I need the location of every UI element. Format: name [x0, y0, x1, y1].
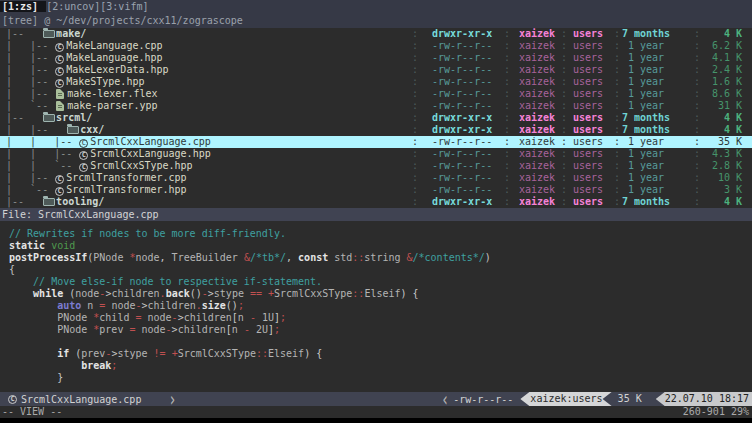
status-left: CSrcmlCxxLanguage.cpp ›: [0, 392, 176, 407]
file-name: MakeLexerData.hpp: [66, 64, 168, 75]
file-group: users: [573, 64, 603, 76]
column-separator: :: [504, 76, 510, 88]
file-permissions: drwxr-xr-x: [432, 196, 492, 208]
file-group: users: [573, 112, 603, 124]
tree-row-makelanguage.cpp[interactable]: | |-- CMakeLanguage.cpp:-rw-r--r--:xaize…: [0, 40, 752, 52]
file-group: users: [573, 88, 603, 100]
column-separator: :: [561, 100, 567, 112]
code-line: {: [9, 264, 752, 276]
tree-row-make[interactable]: |-- make/:drwxr-xr-x:xaizek:users:7 mont…: [0, 28, 752, 40]
tree-row-srcmlcxxlanguage.cpp[interactable]: | | |-- CSrcmlCxxLanguage.cpp:-rw-r--r--…: [0, 136, 752, 148]
file-size: 2.8 K: [692, 160, 742, 172]
column-separator: :: [561, 112, 567, 124]
cpp-file-icon: C: [8, 395, 17, 404]
tree-row-makelexerdata.hpp[interactable]: | |-- CMakeLexerData.hpp:-rw-r--r--:xaiz…: [0, 64, 752, 76]
tree-connector: | |--: [0, 64, 54, 75]
folder-icon: [43, 30, 55, 38]
column-separator: :: [504, 112, 510, 124]
code-line: }: [9, 372, 752, 384]
path-bar: [tree] @ ~/dev/projects/cxx11/zograscope: [0, 14, 752, 28]
tree-row-srcml[interactable]: |-- srcml/:drwxr-xr-x:xaizek:users:7 mon…: [0, 112, 752, 124]
file-permissions: -rw-r--r--: [432, 172, 492, 184]
file-permissions: drwxr-xr-x: [432, 28, 492, 40]
file-name: cxx/: [80, 124, 104, 135]
code-line: auto n = node->children.size();: [9, 300, 752, 312]
file-tree: |-- make/:drwxr-xr-x:xaizek:users:7 mont…: [0, 28, 752, 208]
file-name: tooling/: [56, 196, 104, 207]
file-name: SrcmlCxxLanguage.hpp: [90, 148, 210, 159]
tree-connector: | `--: [0, 184, 54, 195]
file-size: 4.3 K: [692, 148, 742, 160]
tree-connector: | |--: [0, 52, 54, 63]
column-separator: :: [561, 28, 567, 40]
file-permissions: -rw-r--r--: [432, 88, 492, 100]
tree-connector: | |--: [0, 172, 54, 183]
code-line: PNode *child = node->children[n - 1U];: [9, 312, 752, 324]
file-owner: xaizek: [519, 40, 555, 52]
file-name: MakeLanguage.hpp: [66, 52, 162, 63]
file-owner: xaizek: [519, 136, 555, 148]
column-separator: :: [561, 64, 567, 76]
code-line: while (node->children.back()->stype == +…: [9, 288, 752, 300]
column-separator: :: [412, 88, 418, 100]
column-separator: :: [561, 76, 567, 88]
column-separator: :: [412, 100, 418, 112]
column-separator: :: [504, 196, 510, 208]
column-separator: :: [561, 148, 567, 160]
tree-row-cxx[interactable]: | |-- cxx/:drwxr-xr-x:xaizek:users:7 mon…: [0, 124, 752, 136]
cpp-file-icon: C: [55, 187, 64, 196]
file-owner: xaizek: [519, 124, 555, 136]
file-permissions: drwxr-xr-x: [432, 124, 492, 136]
column-separator: :: [412, 172, 418, 184]
tree-row-srcmlcxxstype.hpp[interactable]: | | `-- CSrcmlCxxSType.hpp:-rw-r--r--:xa…: [0, 160, 752, 172]
chevron-right-icon: ›: [168, 388, 176, 410]
status-bar: CSrcmlCxxLanguage.cpp › ‹ -rw-r--r-- xai…: [0, 392, 752, 406]
code-line: if (prev->stype != +SrcmlCxxSType::Elsei…: [9, 348, 752, 360]
tree-row-tooling[interactable]: |-- tooling/:drwxr-xr-x:xaizek:users:7 m…: [0, 196, 752, 208]
cpp-file-icon: C: [79, 139, 88, 148]
file-mtime: 1 year: [600, 76, 692, 88]
file-group: users: [573, 28, 603, 40]
file-mtime: 7 months: [600, 196, 692, 208]
tab-bar: [1:zs][2:uncov][3:vifm]: [0, 0, 752, 14]
file-permissions: -rw-r--r--: [432, 40, 492, 52]
cpp-file-icon: C: [55, 79, 64, 88]
file-group: users: [573, 160, 603, 172]
tree-row-srcmlcxxlanguage.hpp[interactable]: | | |-- CSrcmlCxxLanguage.hpp:-rw-r--r--…: [0, 148, 752, 160]
tab-others[interactable]: [2:uncov][3:vifm]: [46, 1, 148, 12]
column-separator: :: [561, 136, 567, 148]
file-size: 6.2 K: [692, 40, 742, 52]
tree-row-make-lexer.flex[interactable]: | |-- make-lexer.flex:-rw-r--r--:xaizek:…: [0, 88, 752, 100]
file-size: 4 K: [692, 28, 742, 40]
column-separator: :: [412, 112, 418, 124]
tree-row-srcmltransformer.hpp[interactable]: | `-- CSrcmlTransformer.hpp:-rw-r--r--:x…: [0, 184, 752, 196]
column-separator: :: [504, 124, 510, 136]
file-owner: xaizek: [519, 76, 555, 88]
tab-active[interactable]: [1:zs]: [0, 1, 46, 12]
column-separator: :: [412, 136, 418, 148]
status-size-segment: 35 K: [612, 392, 656, 406]
file-name: SrcmlCxxLanguage.cpp: [90, 136, 210, 147]
tree-row-makestype.hpp[interactable]: | |-- CMakeSType.hpp:-rw-r--r--:xaizek:u…: [0, 76, 752, 88]
column-separator: :: [504, 52, 510, 64]
file-permissions: -rw-r--r--: [432, 64, 492, 76]
code-line: postProcessIf(PNode *node, TreeBuilder &…: [9, 252, 752, 264]
folder-icon: [43, 198, 55, 206]
tree-row-make-parser.ypp[interactable]: | `-- make-parser.ypp:-rw-r--r--:xaizek:…: [0, 100, 752, 112]
tree-connector: | | `--: [0, 160, 78, 171]
cpp-file-icon: C: [55, 175, 64, 184]
column-separator: :: [412, 64, 418, 76]
tree-row-makelanguage.hpp[interactable]: | |-- CMakeLanguage.hpp:-rw-r--r--:xaize…: [0, 52, 752, 64]
file-permissions: -rw-r--r--: [432, 148, 492, 160]
file-mtime: 1 year: [600, 148, 692, 160]
status-filename: SrcmlCxxLanguage.cpp: [21, 394, 141, 405]
column-separator: :: [504, 88, 510, 100]
file-mtime: 1 year: [600, 64, 692, 76]
column-separator: :: [504, 160, 510, 172]
file-permissions: -rw-r--r--: [432, 184, 492, 196]
file-owner: xaizek: [519, 184, 555, 196]
file-owner: xaizek: [519, 148, 555, 160]
file-size: 3 K: [692, 184, 742, 196]
file-name: SrcmlTransformer.hpp: [66, 184, 186, 195]
tree-row-srcmltransformer.cpp[interactable]: | |-- CSrcmlTransformer.cpp:-rw-r--r--:x…: [0, 172, 752, 184]
